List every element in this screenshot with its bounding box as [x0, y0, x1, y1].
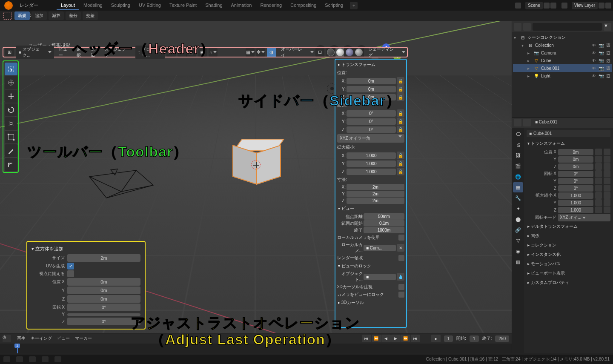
prop-scale-z[interactable]: 1.000: [558, 207, 593, 213]
rotation-mode-dropdown[interactable]: XYZ オイラー角: [337, 134, 404, 143]
prop-loc-z[interactable]: 0m: [558, 163, 593, 170]
keyframe-icon[interactable]: [604, 163, 610, 170]
loc-x-field[interactable]: 0m: [347, 78, 396, 84]
menu-レンダー[interactable]: レンダー: [16, 0, 46, 10]
local-cam-checkbox[interactable]: [398, 235, 404, 241]
loc-y-field[interactable]: 0m: [347, 86, 396, 92]
adjust-size-field[interactable]: 2m: [67, 254, 140, 262]
object-types-vis[interactable]: ▦: [246, 48, 255, 57]
dim-y-field[interactable]: 2m: [347, 191, 404, 197]
pin-icon[interactable]: [523, 119, 531, 126]
tab-output[interactable]: 🖨: [513, 140, 523, 150]
shading-menu[interactable]: シェーディング: [365, 45, 400, 60]
tool-transform[interactable]: [5, 131, 17, 143]
restrict-select-icon[interactable]: 👁: [591, 73, 597, 79]
lock-icon[interactable]: 🔓: [397, 109, 404, 117]
tab-texture[interactable]: ▨: [513, 257, 523, 267]
xray-toggle[interactable]: ⊡: [315, 48, 324, 57]
property-section-header[interactable]: ▸ 関係: [527, 231, 610, 241]
keyframe-icon[interactable]: [604, 185, 610, 192]
mode-dropdown[interactable]: ■ オブジェク...: [16, 46, 54, 59]
view-lock-header[interactable]: ▾ ビューのロック: [337, 262, 404, 270]
lock-icon[interactable]: 🔓: [397, 77, 404, 85]
workspace-tab[interactable]: Layout: [57, 1, 79, 10]
tree-row[interactable]: ▸▽Cube👁📷🖼: [513, 57, 612, 64]
lock-object-field[interactable]: ■: [364, 274, 396, 280]
keyframe-icon[interactable]: [604, 170, 610, 177]
rot-y-field[interactable]: 0°: [347, 118, 396, 125]
play-reverse-icon[interactable]: ◀: [381, 335, 391, 342]
timeline-menu-item[interactable]: キーイング: [28, 335, 54, 342]
transform-header[interactable]: ▸ トランスフォーム: [337, 60, 404, 69]
adjust-rot-x[interactable]: 0°: [67, 304, 140, 311]
viewlayer-new-icon[interactable]: [599, 3, 604, 9]
local-cam-field[interactable]: ■ Cam...: [364, 245, 396, 251]
prop-loc-y[interactable]: 0m: [558, 156, 593, 163]
proportional-falloff[interactable]: ∩: [209, 48, 218, 57]
header-menu-item[interactable]: オブジェクト: [102, 45, 132, 60]
prop-rot-mode[interactable]: XYZ オイ...: [558, 214, 610, 221]
jump-start-icon[interactable]: ⏮: [362, 335, 371, 342]
workspace-tab[interactable]: Animation: [227, 1, 256, 10]
lock-icon[interactable]: 🔓: [397, 160, 404, 167]
restrict-render-icon[interactable]: 🖼: [605, 65, 611, 71]
tool-move[interactable]: [5, 90, 17, 103]
outliner-search[interactable]: [533, 23, 602, 31]
workspace-tab[interactable]: Shading: [201, 1, 226, 10]
timeline-menu-item[interactable]: 再生: [14, 335, 28, 342]
restrict-viewport-icon[interactable]: 📷: [598, 73, 604, 79]
tool-select-box[interactable]: [5, 63, 17, 75]
lock-icon[interactable]: [595, 178, 602, 184]
tool-option-button[interactable]: 減算: [49, 11, 64, 20]
scale-x-field[interactable]: 1.000: [347, 152, 396, 159]
tab-viewlayer[interactable]: 🖼: [513, 150, 523, 161]
transform-section-header[interactable]: ▾ トランスフォーム: [527, 139, 610, 148]
viewlayer-selector[interactable]: View Layer: [572, 2, 598, 9]
tree-row[interactable]: ▾⊟ シーンコレクション: [513, 34, 612, 41]
scene-new-icon[interactable]: [544, 3, 550, 9]
timeline-menu-item[interactable]: マーカー: [72, 335, 95, 342]
restrict-viewport-icon[interactable]: 📷: [598, 65, 604, 71]
rot-z-field[interactable]: 0°: [347, 126, 396, 133]
tab-render[interactable]: 🖵: [513, 129, 523, 139]
auto-key-icon[interactable]: ●: [431, 335, 441, 342]
clip-start-field[interactable]: 0.1m: [364, 220, 404, 226]
lock-icon[interactable]: [595, 199, 602, 206]
tree-row[interactable]: ▸💡Light👁📷🖼: [513, 72, 612, 80]
focal-field[interactable]: 50mm: [364, 213, 404, 220]
timeline-menu-item[interactable]: ビュー: [54, 335, 72, 342]
viewlayer-delete-icon[interactable]: [605, 3, 611, 9]
workspace-tab[interactable]: Scripting: [321, 1, 347, 10]
render-region-checkbox[interactable]: [398, 255, 404, 261]
keyframe-icon[interactable]: [604, 199, 610, 206]
scale-z-field[interactable]: 1.000: [347, 169, 396, 175]
tab-material[interactable]: ◉: [513, 246, 523, 256]
lock-icon[interactable]: 🔓: [397, 126, 404, 133]
view-header[interactable]: ▾ ビュー: [337, 204, 404, 213]
workspace-tab[interactable]: Texture Paint: [165, 1, 201, 10]
lock-icon[interactable]: [595, 156, 602, 163]
prop-scale-x[interactable]: 1.000: [558, 192, 593, 199]
clip-end-field[interactable]: 1000m: [364, 227, 404, 233]
tool-option-button[interactable]: 交差: [83, 11, 98, 20]
scene-delete-icon[interactable]: [550, 3, 556, 9]
adjust-header[interactable]: ▾ 立方体を追加: [32, 244, 140, 253]
editor-type-icon[interactable]: [514, 23, 521, 31]
lock-icon[interactable]: 🔓: [397, 85, 404, 93]
prop-scale-y[interactable]: 1.000: [558, 200, 593, 206]
tab-particle[interactable]: ✦: [513, 203, 523, 214]
workspace-tab[interactable]: Sculpting: [107, 1, 135, 10]
property-section-header[interactable]: ▸ インスタンス化: [527, 250, 610, 259]
tab-object[interactable]: ▦: [513, 182, 523, 192]
property-section-header[interactable]: ▸ デルタトランスフォーム: [527, 222, 610, 231]
header-menu-item[interactable]: 追加: [88, 45, 102, 60]
3dcursor-header[interactable]: ▸ 3Dカーソル: [337, 298, 404, 307]
jump-end-icon[interactable]: ⏭: [411, 335, 420, 342]
scale-y-field[interactable]: 1.000: [347, 161, 396, 167]
lock-icon[interactable]: [595, 149, 602, 155]
property-section-header[interactable]: ▸ モーションパス: [527, 259, 610, 269]
dim-x-field[interactable]: 2m: [347, 184, 404, 190]
restrict-select-icon[interactable]: 👁: [591, 50, 597, 56]
prop-rot-y[interactable]: 0°: [558, 178, 593, 184]
tool-option-button[interactable]: 追加: [32, 11, 47, 20]
